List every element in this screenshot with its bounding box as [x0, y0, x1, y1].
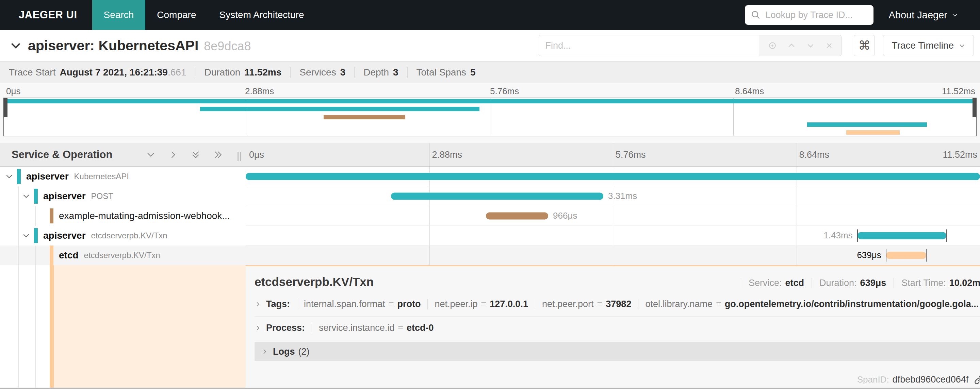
prev-match-icon[interactable] [787, 41, 796, 50]
expand-all-icon[interactable] [213, 149, 223, 160]
minimap-span-bar [324, 115, 405, 119]
depth-value: 3 [393, 67, 398, 78]
span-bar[interactable]: 1.43ms [858, 232, 946, 239]
tick-label: 8.64ms [799, 149, 830, 160]
span-color-bar [17, 169, 21, 184]
equals-sign: = [481, 299, 487, 310]
collapse-trace-chevron-icon[interactable] [9, 39, 22, 52]
span-name-cell[interactable]: etcd etcdserverpb.KV/Txn [0, 246, 246, 265]
bar-edge-tick [946, 229, 947, 242]
span-name-cell[interactable]: apiserver etcdserverpb.KV/Txn [0, 226, 246, 246]
detail-left-fill [0, 265, 246, 389]
span-timeline-cell[interactable]: 966μs [246, 206, 980, 226]
equals-sign: = [597, 299, 603, 310]
span-bar[interactable]: 639μs [886, 252, 927, 259]
chevron-down-icon[interactable] [22, 231, 30, 240]
expand-one-icon[interactable] [168, 149, 178, 160]
span-rows: apiserver KubernetesAPI apiserver POST [0, 167, 980, 265]
span-timeline-cell[interactable]: 1.43ms [246, 226, 980, 246]
span-color-bar [50, 208, 53, 224]
about-jaeger-menu[interactable]: About Jaeger [888, 10, 958, 21]
spanid-row: SpanID: dfbebd960ced064f [857, 375, 980, 385]
trace-id: 8e9dca8 [204, 39, 251, 53]
selected-span-fill [54, 265, 246, 389]
viewport-scrubber-left-handle[interactable] [3, 98, 8, 117]
duration-value: 11.52ms [244, 67, 282, 78]
span-bar[interactable]: 966μs [486, 212, 548, 219]
tag-value: go.opentelemetry.io/contrib/instrumentat… [725, 299, 979, 310]
process-key: service.instance.id [319, 323, 395, 333]
detail-operation-title: etcdserverpb.KV/Txn [255, 275, 374, 289]
clear-find-icon[interactable] [825, 41, 833, 50]
detail-service-label: Service: [749, 278, 782, 288]
span-row-apiserver-etcd-txn[interactable]: apiserver etcdserverpb.KV/Txn 1.43ms [0, 226, 980, 246]
trace-start-stat: Trace Start August 7 2021, 16:21:39.661 [9, 67, 195, 78]
chevron-right-icon [261, 348, 268, 355]
span-timeline-cell[interactable] [246, 167, 980, 186]
minimap-tick-label: 0μs [6, 86, 21, 97]
services-label: Services [299, 67, 336, 78]
span-row-etcd-txn-selected[interactable]: etcd etcdserverpb.KV/Txn 639μs [0, 246, 980, 265]
collapse-all-icon[interactable] [191, 149, 201, 160]
span-name-cell[interactable]: apiserver POST [0, 186, 246, 206]
chevron-down-icon[interactable] [5, 172, 14, 181]
nav-item-search[interactable]: Search [92, 0, 146, 30]
span-detail-strip: etcdserverpb.KV/Txn Service: etcd Durati… [0, 265, 980, 389]
match-highlight-icon[interactable] [768, 41, 777, 50]
tick-label: 11.52ms [943, 149, 977, 160]
process-accordion-row[interactable]: Process: service.instance.id = etcd-0 [255, 323, 980, 333]
spanid-label: SpanID: [857, 375, 889, 385]
chevron-down-icon[interactable] [22, 192, 30, 201]
chevron-right-icon [255, 301, 261, 308]
span-row-apiserver-kubernetesapi[interactable]: apiserver KubernetesAPI [0, 167, 980, 186]
span-row-apiserver-post[interactable]: apiserver POST 3.31ms [0, 186, 980, 206]
span-name-cell[interactable]: apiserver KubernetesAPI [0, 167, 246, 186]
total-spans-value: 5 [470, 67, 476, 78]
process-value: etcd-0 [407, 323, 434, 333]
tag-item: internal.span.format = proto [297, 299, 427, 310]
span-name-cell[interactable]: example-mutating-admission-webhook... [0, 206, 246, 226]
tag-value: 127.0.0.1 [490, 299, 528, 310]
span-operation: etcdserverpb.KV/Txn [91, 231, 167, 240]
next-match-icon[interactable] [806, 41, 815, 50]
minimap-span-bar [807, 122, 927, 127]
span-timeline-cell[interactable]: 639μs [246, 246, 980, 265]
selected-span-color-stripe [50, 265, 54, 389]
link-icon[interactable] [974, 375, 980, 385]
brand-logo[interactable]: JAEGER UI [19, 9, 77, 21]
tick-label: 2.88ms [432, 149, 463, 160]
search-icon [751, 10, 760, 20]
minimap-canvas[interactable] [3, 98, 977, 137]
gridline [430, 206, 430, 225]
span-timeline-cell[interactable]: 3.31ms [246, 186, 980, 206]
viewport-scrubber-right-handle[interactable] [972, 98, 977, 117]
gridline [613, 206, 613, 225]
depth-label: Depth [363, 67, 389, 78]
trace-title: apiserver: KubernetesAPI8e9dca8 [28, 38, 251, 54]
nav-item-system-architecture[interactable]: System Architecture [208, 0, 316, 30]
column-resizer-grip[interactable] [237, 152, 241, 161]
span-row-webhook[interactable]: example-mutating-admission-webhook... 96… [0, 206, 980, 226]
find-controls [759, 35, 842, 56]
collapse-one-icon[interactable] [146, 149, 156, 160]
trace-view-selector-button[interactable]: Trace Timeline [883, 35, 974, 56]
trace-lookup-box[interactable] [745, 5, 873, 25]
span-duration-label: 1.43ms [824, 230, 853, 241]
command-icon: ⌘ [858, 38, 870, 53]
tag-key: net.peer.port [542, 299, 594, 310]
logs-accordion-row[interactable]: Logs (2) [255, 342, 980, 361]
detail-duration-label: Duration: [819, 278, 857, 288]
keyboard-shortcuts-button[interactable]: ⌘ [854, 35, 875, 56]
minimap-span-bar [846, 130, 900, 135]
trace-minimap[interactable]: 0μs 2.88ms 5.76ms 8.64ms 11.52ms [0, 83, 980, 143]
span-operation: etcdserverpb.KV/Txn [84, 251, 160, 260]
total-spans-label: Total Spans [417, 67, 466, 78]
span-duration-label: 639μs [857, 250, 881, 260]
span-bar[interactable] [246, 173, 980, 180]
find-input[interactable] [539, 35, 759, 56]
tags-accordion-row[interactable]: Tags: internal.span.format = proto net.p… [255, 299, 980, 317]
nav-item-compare[interactable]: Compare [145, 0, 208, 30]
trace-lookup-input[interactable] [765, 10, 867, 21]
span-bar[interactable]: 3.31ms [391, 192, 603, 200]
timeline-ticks-header: 0μs 2.88ms 5.76ms 8.64ms 11.52ms [246, 143, 980, 166]
